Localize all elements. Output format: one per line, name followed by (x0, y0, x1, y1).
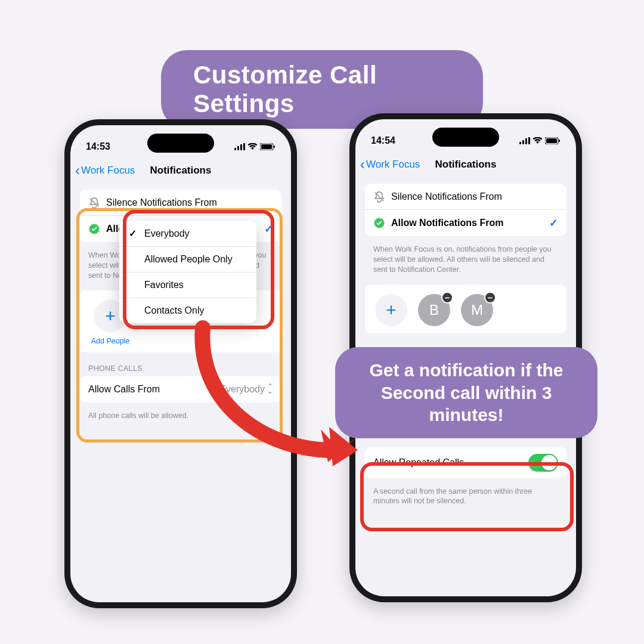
silence-from-row[interactable]: Silence Notifications From (80, 190, 281, 216)
contact-m[interactable]: – M (459, 294, 495, 326)
allow-calls-value: Everybody ⌃⌄ (219, 384, 273, 395)
repeated-calls-label: Allow Repeated Calls (373, 457, 522, 468)
allow-caption: When Work Focus is on, notifications fro… (365, 241, 566, 284)
people-card: + – B – M (365, 284, 566, 333)
checkmark-icon: ✓ (264, 222, 273, 236)
allow-calls-label: Allow Calls From (88, 384, 213, 395)
back-button[interactable]: ‹ Work Focus (75, 163, 135, 178)
nav-bar: ‹ Work Focus Notifications (70, 157, 291, 184)
contacts-row: + – B – M (365, 284, 566, 333)
svg-rect-0 (234, 148, 236, 150)
dynamic-island (432, 128, 499, 147)
back-label: Work Focus (366, 159, 420, 171)
silence-label: Silence Notifications From (391, 191, 558, 202)
allow-calls-from-row[interactable]: Allow Calls From Everybody ⌃⌄ (80, 376, 281, 402)
popup-option-contacts-only[interactable]: Contacts Only (119, 298, 256, 323)
content-area: Silence Notifications From Allow ✓ When … (70, 184, 291, 602)
svg-rect-3 (243, 143, 245, 150)
contact-b[interactable]: – B (416, 294, 452, 326)
battery-icon (545, 137, 561, 144)
allow-calls-caption: All phone calls will be allowed. (80, 407, 281, 431)
notifications-mode-card: Silence Notifications From Allow Notific… (365, 184, 566, 236)
remove-icon[interactable]: – (441, 292, 453, 304)
phone-frame-left: 14:53 ‹ Work Focus Notifications Silence… (64, 119, 297, 608)
nav-bar: ‹ Work Focus Notifications (355, 151, 576, 178)
silence-from-row[interactable]: Silence Notifications From (365, 184, 566, 210)
allow-calls-popup-menu: ✓Everybody Allowed People Only Favorites… (119, 221, 256, 323)
svg-rect-5 (261, 144, 272, 149)
status-icons (519, 137, 561, 144)
popup-option-favorites[interactable]: Favorites (119, 273, 256, 298)
cellular-icon (234, 143, 245, 150)
popup-option-everybody[interactable]: ✓Everybody (119, 221, 256, 247)
dynamic-island (147, 134, 214, 153)
remove-icon[interactable]: – (484, 292, 496, 304)
checkmark-seal-icon (88, 223, 100, 235)
wifi-icon (532, 137, 543, 144)
back-label: Work Focus (81, 165, 135, 177)
up-down-chevron-icon: ⌃⌄ (267, 385, 273, 393)
popup-option-allowed-people[interactable]: Allowed People Only (119, 247, 256, 273)
checkmark-icon: ✓ (129, 228, 140, 239)
status-icons (234, 143, 275, 150)
bell-slash-icon (373, 191, 385, 203)
repeated-calls-caption: A second call from the same person withi… (365, 483, 566, 516)
allow-repeated-calls-row[interactable]: Allow Repeated Calls (365, 447, 566, 478)
allow-from-row[interactable]: Allow Notifications From ✓ (365, 210, 566, 236)
allow-label: Allow Notifications From (391, 218, 543, 228)
svg-rect-9 (522, 140, 524, 144)
svg-rect-6 (274, 145, 275, 148)
repeated-calls-card: Allow Repeated Calls (365, 447, 566, 478)
back-button[interactable]: ‹ Work Focus (360, 157, 420, 172)
status-time: 14:53 (86, 141, 110, 152)
svg-rect-2 (240, 144, 242, 150)
checkmark-seal-icon (373, 217, 385, 229)
battery-icon (260, 143, 275, 150)
svg-rect-10 (525, 138, 527, 144)
status-time: 14:54 (371, 135, 395, 146)
svg-rect-1 (237, 146, 239, 150)
add-people-button[interactable]: + (373, 294, 409, 326)
chevron-left-icon: ‹ (75, 163, 80, 178)
plus-icon: + (375, 294, 407, 326)
repeated-calls-toggle[interactable] (528, 454, 558, 472)
phone-screen-left: 14:53 ‹ Work Focus Notifications Silence… (70, 125, 291, 602)
phone-calls-header: PHONE CALLS (80, 357, 281, 376)
callout-bubble: Get a notification if the Second call wi… (335, 347, 597, 438)
wifi-icon (247, 143, 258, 150)
allow-calls-card: Allow Calls From Everybody ⌃⌄ (80, 376, 281, 402)
bell-slash-icon (88, 197, 100, 209)
silence-label: Silence Notifications From (106, 197, 273, 208)
add-people-label: Add People (91, 337, 130, 345)
svg-rect-8 (519, 142, 521, 144)
chevron-left-icon: ‹ (360, 157, 365, 172)
cellular-icon (519, 137, 530, 144)
svg-rect-13 (546, 138, 557, 143)
checkmark-icon: ✓ (549, 216, 558, 230)
svg-rect-11 (528, 137, 530, 144)
svg-rect-14 (559, 140, 560, 142)
